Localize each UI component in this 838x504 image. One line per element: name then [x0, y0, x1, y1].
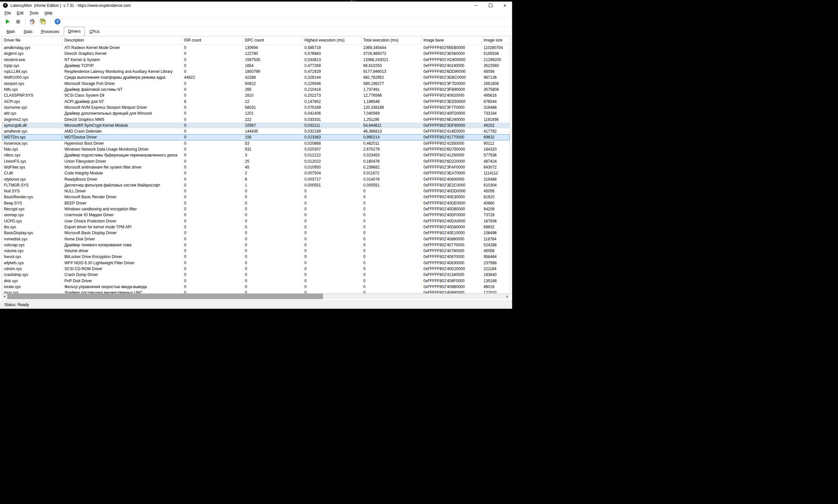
table-cell: 0xFFFFF802'40D80000: [422, 224, 482, 230]
table-cell: 0,012022: [303, 158, 361, 164]
table-row[interactable]: CI.dllCode Integrity Module020,0075040,0…: [2, 170, 510, 176]
play-icon: [6, 19, 10, 24]
table-cell: 0xFFFFF802'3E560000: [422, 51, 482, 56]
stop-monitor-button[interactable]: [14, 18, 22, 25]
desktop-background: LatencyMon (Home Edition ) v 7.31 - http…: [0, 0, 838, 504]
column-header[interactable]: Image base: [422, 36, 482, 44]
table-cell: 958464: [482, 254, 510, 260]
table-cell: 1201: [243, 110, 303, 116]
table-row[interactable]: wfplwfs.sysWFP NDIS 6.30 Lightweight Fil…: [2, 260, 510, 266]
table-cell: 0: [182, 230, 243, 236]
table-cell: 1,186546: [361, 98, 422, 105]
table-row[interactable]: tcpip.sysДрайвер TCP/IP016540,47726966,6…: [2, 63, 510, 69]
toolbar-separator: [50, 19, 50, 24]
table-row[interactable]: rspLLL64.sysResplendence Latency Monitor…: [2, 69, 510, 74]
tab-processes[interactable]: Processes: [37, 28, 63, 36]
table-row[interactable]: FLTMGR.SYSДиспетчер фильтров файловых си…: [2, 182, 510, 188]
table-row[interactable]: dxgmms2.sysDirectX Graphics MMS02220,033…: [2, 116, 510, 123]
maximize-button[interactable]: [483, 2, 498, 9]
column-header[interactable]: Highest execution (ms): [303, 36, 361, 44]
minimize-button[interactable]: [469, 2, 483, 9]
column-header[interactable]: Total execution (ms): [361, 36, 422, 44]
tab-drivers[interactable]: Drivers: [64, 27, 85, 36]
table-row[interactable]: nvmedisk.sysNvme Disk Driver00000xFFFFF8…: [2, 236, 510, 242]
table-row[interactable]: mup.sysДрайвер поставщика множественных …: [2, 290, 510, 294]
table-cell: 0: [182, 182, 243, 188]
copy-report-button[interactable]: [39, 18, 47, 25]
table-row[interactable]: tbs.sysExport driver for kernel mode TPM…: [2, 224, 510, 230]
table-cell: 45056: [482, 188, 510, 194]
table-row[interactable]: filecrypt.sysWindows sandboxing and encr…: [2, 206, 510, 212]
table-cell: 0,007504: [303, 170, 361, 176]
scroll-left-button[interactable]: [2, 294, 7, 299]
tab-stats[interactable]: Stats: [20, 28, 36, 36]
table-cell: 585,198277: [361, 81, 422, 87]
table-cell: 0,012122: [303, 152, 361, 158]
table-cell: 106496: [482, 230, 510, 236]
table-cell: 0xFFFFF802'41550000: [422, 141, 482, 146]
table-cell: 0: [361, 236, 422, 242]
table-row[interactable]: ACPI.sysACPI драйвер для NT8220,1478521,…: [2, 98, 510, 105]
table-row[interactable]: Ntfs.sysДрайвер файловой системы NT02650…: [2, 87, 510, 92]
table-cell: BitLocker Drive Encryption Driver: [63, 254, 182, 260]
table-row[interactable]: BasicDisplay.sysMicrosoft Basic Display …: [2, 230, 510, 236]
table-row[interactable]: dxgkrnl.sysDirectX Graphics Kernel012278…: [2, 51, 510, 56]
table-row[interactable]: storport.sysMicrosoft Storage Port Drive…: [2, 81, 510, 87]
table-row[interactable]: iorate.sysФильтр управления скоростью вв…: [2, 284, 510, 290]
table-row[interactable]: cdrom.sysSCSI CD-ROM Driver00000xFFFFF80…: [2, 266, 510, 272]
column-header[interactable]: ISR count: [182, 36, 243, 44]
table-row[interactable]: crashdmp.sysCrash Dump Driver00000xFFFFF…: [2, 272, 510, 277]
column-header[interactable]: DPC count: [243, 36, 303, 44]
options-button[interactable]: [29, 18, 37, 25]
table-row[interactable]: ntoskrnl.exeNT Kernel & System015975350,…: [2, 57, 510, 63]
table-cell: 0: [182, 116, 243, 123]
menu-file[interactable]: File: [2, 10, 14, 16]
table-row[interactable]: disk.sysPnP Disk Driver00000xFFFFF802'40…: [2, 278, 510, 284]
table-row[interactable]: uiomap.sysUsermode IO Mapper Driver00000…: [2, 212, 510, 218]
table-row[interactable]: amdkmdag.sysATI Radeon Kernel Mode Drive…: [2, 45, 510, 51]
table-row[interactable]: hvservice.sysHypervisor Boot Driver0530,…: [2, 141, 510, 146]
column-header[interactable]: Driver file: [2, 36, 63, 44]
table-row[interactable]: BasicRender.sysMicrosoft Basic Render Dr…: [2, 194, 510, 200]
table-row[interactable]: CLASSPNP.SYSSCSI Class System Dll028100,…: [2, 92, 510, 98]
table-row[interactable]: volume.sysVolume driver00000xFFFFF802'40…: [2, 248, 510, 254]
scrollbar-track[interactable]: [7, 294, 504, 299]
table-cell: 40960: [482, 200, 510, 206]
table-row[interactable]: Wdf01000.sysСреда выполнения платформы д…: [2, 74, 510, 80]
scrollbar-thumb[interactable]: [7, 294, 323, 299]
table-row[interactable]: rdbss.sysДрайвер подсистемы буферизации …: [2, 152, 510, 158]
table-row[interactable]: stornvme.sysMicrosoft NVM Express Storpo…: [2, 105, 510, 110]
table-cell: 0: [182, 146, 243, 152]
table-cell: 0xFFFFF802'6DD90000: [422, 69, 482, 74]
start-monitor-button[interactable]: [4, 18, 12, 25]
table-row[interactable]: WDTDrv.sysWDTDevice Driver01560,0233630,…: [2, 134, 510, 140]
scroll-right-button[interactable]: [504, 294, 510, 299]
table-row[interactable]: rdyboost.sysReadyBoost Driver060,0037170…: [2, 176, 510, 182]
column-header[interactable]: Image size: [482, 36, 510, 44]
close-button[interactable]: ×: [498, 2, 512, 9]
table-row[interactable]: UCPD.sysUser Choice Protection Driver000…: [2, 218, 510, 224]
column-header[interactable]: Description: [63, 36, 182, 44]
table-row[interactable]: WdFilter.sysMicrosoft antimalware file s…: [2, 164, 510, 170]
horizontal-scrollbar[interactable]: [2, 294, 510, 299]
table-row[interactable]: volsnap.sysДрайвер теневого копирования …: [2, 242, 510, 248]
stop-icon: [16, 20, 20, 23]
table-cell: cdrom.sys: [2, 266, 63, 272]
table-row[interactable]: Beep.SYSBEEP Driver00000xFFFFF802'40DE00…: [2, 200, 510, 206]
table-cell: 13368,243021: [361, 57, 422, 63]
table-row[interactable]: afd.sysДрайвер дополнительных функций дл…: [2, 110, 510, 116]
tab-cpus[interactable]: CPUs: [85, 28, 103, 36]
table-row[interactable]: UnionFS.sysUnion Filesystem Driver0250,0…: [2, 158, 510, 164]
table-row[interactable]: fvevol.sysBitLocker Drive Encryption Dri…: [2, 254, 510, 260]
menu-edit[interactable]: Edit: [14, 10, 27, 16]
tab-main[interactable]: Main: [3, 28, 19, 36]
menu-help[interactable]: Help: [41, 10, 55, 16]
table-row[interactable]: symcryptk.dllMicrosoft® SymCrypt Kernel …: [2, 123, 510, 128]
table-row[interactable]: Null.SYSNULL Driver00000xFFFFF802'40DD00…: [2, 188, 510, 194]
menu-tools[interactable]: Tools: [27, 10, 41, 16]
table-cell: Microsoft Basic Display Driver: [63, 230, 182, 236]
table-cell: Драйвер поставщика множественных UNC: [63, 290, 182, 294]
table-row[interactable]: Ndu.sysWindows Network Data Usage Monito…: [2, 146, 510, 152]
table-row[interactable]: amdfendr.sysAMD Crash Defender01444350,0…: [2, 128, 510, 134]
help-button[interactable]: ?: [54, 18, 62, 25]
